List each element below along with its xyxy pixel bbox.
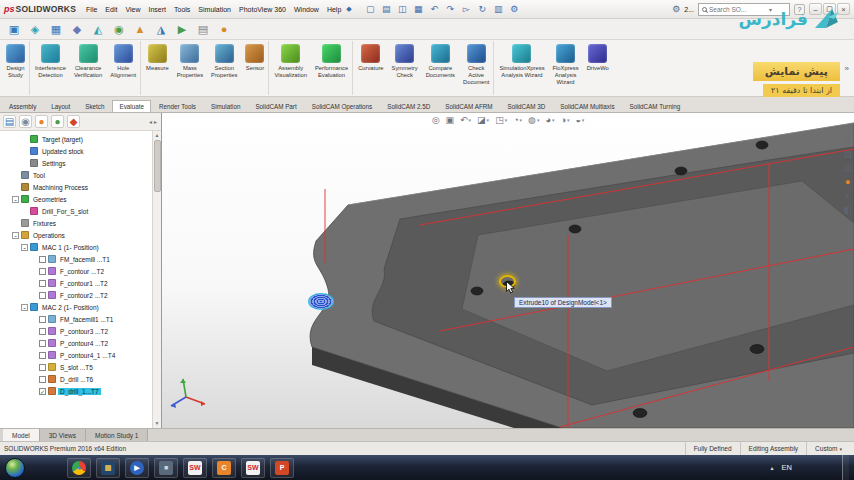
hide-show-items-icon[interactable]: ◍▾ xyxy=(528,115,539,125)
dropdown-arrow-icon[interactable]: ▾ xyxy=(552,117,555,123)
feature-tree-icon[interactable]: ◉ xyxy=(19,115,32,128)
tree-expander[interactable]: - xyxy=(21,244,28,251)
panel-nav-right-icon[interactable]: ▸ xyxy=(154,118,157,125)
reference-geometry-icon[interactable]: ◮ xyxy=(153,21,169,37)
undo-icon[interactable]: ↶ xyxy=(428,3,441,16)
taskbar-explorer[interactable]: ▤ xyxy=(96,458,120,478)
compare-documents-button[interactable]: Compare Documents xyxy=(422,41,459,95)
language-indicator[interactable]: EN xyxy=(782,463,792,472)
dropdown-arrow-icon[interactable]: ▾ xyxy=(537,117,540,123)
tree-item[interactable]: Settings xyxy=(0,157,152,169)
simulationxpress-analysis-wizard-button[interactable]: SimulationXpress Analysis Wizard xyxy=(495,41,548,95)
sensor-button[interactable]: Sensor xyxy=(241,41,269,95)
dropdown-arrow-icon[interactable]: ▾ xyxy=(567,117,570,123)
tree-item[interactable]: Updated stock xyxy=(0,145,152,157)
section-view-icon[interactable]: ◪▾ xyxy=(477,115,489,125)
display-manager-icon[interactable]: ◆ xyxy=(67,115,80,128)
menu-item[interactable]: Tools xyxy=(174,6,190,13)
tree-item[interactable]: F_contour ...T2 xyxy=(0,265,152,277)
tree-item[interactable]: Target (target) xyxy=(0,133,152,145)
tree-item[interactable]: FM_facemill1 ...T1 xyxy=(0,313,152,325)
commandmanager-tab[interactable]: Evaluate xyxy=(112,100,151,112)
dropdown-arrow-icon[interactable]: ▾ xyxy=(505,117,508,123)
file-explorer-icon[interactable]: ▥ xyxy=(843,163,852,173)
document-tab[interactable]: Motion Study 1 xyxy=(86,429,148,441)
smart-fasteners-icon[interactable]: ◆ xyxy=(69,21,85,37)
start-button[interactable] xyxy=(5,458,25,478)
dropdown-arrow-icon[interactable]: ▾ xyxy=(520,117,523,123)
assembly-features-icon[interactable]: ▲ xyxy=(132,21,148,37)
tree-expander[interactable]: - xyxy=(12,196,19,203)
select-icon[interactable]: ▻ xyxy=(460,3,473,16)
floxpress-analysis-wizard-button[interactable]: FloXpress Analysis Wizard xyxy=(549,41,583,95)
driveworksxpress-wizard-button[interactable]: DriveWo xyxy=(583,41,613,95)
view-settings-icon[interactable]: ◒▾ xyxy=(575,115,584,125)
taskbar-powerpoint[interactable]: P xyxy=(270,458,294,478)
dropdown-arrow-icon[interactable]: ▾ xyxy=(487,117,490,123)
taskbar-media-player[interactable]: ▶ xyxy=(125,458,149,478)
tree-item[interactable]: - Geometries xyxy=(0,193,152,205)
commandmanager-tab[interactable]: SolidCAM 3D xyxy=(501,100,553,112)
commandmanager-tab[interactable]: SolidCAM Operations xyxy=(305,100,380,112)
section-properties-button[interactable]: Section Properties xyxy=(207,41,241,95)
display-style-icon[interactable]: ◔▾ xyxy=(513,115,522,125)
design-study-button[interactable]: Design Study xyxy=(2,41,30,95)
show-hidden-components-icon[interactable]: ◉ xyxy=(111,21,127,37)
redo-icon[interactable]: ↷ xyxy=(444,3,457,16)
taskbar-solidworks-2[interactable]: SW xyxy=(241,458,265,478)
show-desktop-button[interactable] xyxy=(842,455,849,480)
print-icon[interactable]: ▦ xyxy=(412,3,425,16)
tree-item[interactable]: Drill_For_S_slot xyxy=(0,205,152,217)
exploded-view-icon[interactable]: ● xyxy=(216,21,232,37)
save-icon[interactable]: ◫ xyxy=(396,3,409,16)
new-document-icon[interactable]: ▢ xyxy=(364,3,377,16)
commandmanager-tab[interactable]: Sketch xyxy=(78,100,111,112)
tree-item[interactable]: D_drill ...T6 xyxy=(0,373,152,385)
statusbar-item[interactable]: Editing Assembly xyxy=(740,442,807,455)
menu-item[interactable]: File xyxy=(86,6,97,13)
dropdown-arrow-icon[interactable]: ▾ xyxy=(582,117,585,123)
selected-hole-highlight[interactable] xyxy=(308,293,334,310)
tree-checkbox[interactable] xyxy=(39,364,46,371)
scroll-up-icon[interactable]: ▲ xyxy=(155,131,160,140)
dropdown-arrow-icon[interactable]: ▾ xyxy=(469,117,472,123)
pin-icon[interactable]: ◆ xyxy=(346,5,351,13)
appearances-icon[interactable]: ● xyxy=(845,177,850,187)
commandmanager-tab[interactable]: SolidCAM Multiaxis xyxy=(553,100,621,112)
tree-item[interactable]: D_drill_1...T7 xyxy=(0,385,152,397)
tree-item[interactable]: S_slot ...T5 xyxy=(0,361,152,373)
solidcam-icon[interactable]: ● xyxy=(35,115,48,128)
tree-checkbox[interactable] xyxy=(39,376,46,383)
commandmanager-tab[interactable]: SolidCAM AFRM xyxy=(438,100,499,112)
zoom-area-icon[interactable]: ▣ xyxy=(446,115,455,125)
commandmanager-tab[interactable]: Render Tools xyxy=(152,100,203,112)
previous-view-icon[interactable]: ↶▾ xyxy=(460,115,471,125)
taskbar-camworks[interactable]: C xyxy=(212,458,236,478)
menu-item[interactable]: View xyxy=(125,6,140,13)
commandmanager-tab[interactable]: SolidCAM 2.5D xyxy=(380,100,437,112)
symmetry-check-button[interactable]: Symmetry Check xyxy=(388,41,422,95)
move-component-icon[interactable]: ◭ xyxy=(90,21,106,37)
tree-item[interactable]: P_contour4_1 ...T4 xyxy=(0,349,152,361)
scrollbar-thumb[interactable] xyxy=(154,140,161,192)
tree-item[interactable]: Machining Process xyxy=(0,181,152,193)
statusbar-item[interactable]: Custom▾ xyxy=(806,442,850,455)
taskbar-chrome[interactable]: ● xyxy=(67,458,91,478)
menu-item[interactable]: Simulation xyxy=(198,6,231,13)
linear-component-pattern-icon[interactable]: ▦ xyxy=(48,21,64,37)
tree-item[interactable]: F_contour2 ...T2 xyxy=(0,289,152,301)
bill-of-materials-icon[interactable]: ▤ xyxy=(195,21,211,37)
open-document-icon[interactable]: ▤ xyxy=(380,3,393,16)
configurations-icon[interactable]: ● xyxy=(51,115,64,128)
tree-checkbox[interactable] xyxy=(39,292,46,299)
check-active-document-button[interactable]: Check Active Document xyxy=(459,41,494,95)
tree-checkbox[interactable] xyxy=(39,268,46,275)
scroll-down-icon[interactable]: ▼ xyxy=(155,419,160,428)
options-gear-icon[interactable]: ⚙ xyxy=(672,4,680,14)
tree-item[interactable]: - MAC 2 (1- Position) xyxy=(0,301,152,313)
tree-item[interactable]: P_contour3 ...T2 xyxy=(0,325,152,337)
tree-checkbox[interactable] xyxy=(39,280,46,287)
assembly-visualization-button[interactable]: Assembly Visualization xyxy=(270,41,310,95)
tree-item[interactable]: - Operations xyxy=(0,229,152,241)
solidcam-manager-icon[interactable]: ▤ xyxy=(3,115,16,128)
